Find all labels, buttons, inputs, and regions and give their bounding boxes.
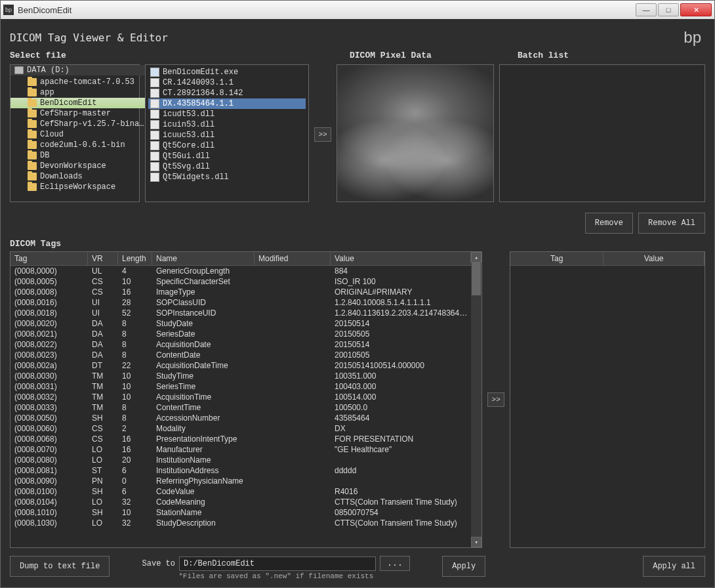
app-window: bp BenDicomEdit — □ ✕ DICOM Tag Viewer &… bbox=[0, 0, 715, 588]
file-item[interactable]: Qt5Core.dll bbox=[148, 140, 306, 151]
table-row[interactable]: (0008,0018)UI52SOPInstanceUID1.2.840.113… bbox=[10, 308, 471, 318]
file-icon bbox=[150, 78, 159, 87]
remove-all-button[interactable]: Remove All bbox=[638, 213, 705, 234]
table-row[interactable]: (0008,0068)CS16PresentationIntentTypeFOR… bbox=[10, 434, 471, 444]
col-length[interactable]: Length bbox=[118, 252, 152, 265]
folder-icon bbox=[28, 89, 37, 96]
col-value[interactable]: Value bbox=[331, 252, 471, 265]
table-row[interactable]: (0008,1030)LO32StudyDescriptionCTTS(Colo… bbox=[10, 518, 471, 528]
add-to-batch-button[interactable]: >> bbox=[314, 127, 331, 142]
apply-button[interactable]: Apply bbox=[442, 556, 485, 577]
table-row[interactable]: (0008,0021)DA8SeriesDate20150505 bbox=[10, 329, 471, 339]
table-row[interactable]: (0008,0070)LO16Manufacturer"GE Healthcar… bbox=[10, 444, 471, 455]
folder-icon bbox=[28, 141, 37, 149]
tree-item[interactable]: code2uml-0.6.1-bin bbox=[10, 140, 146, 150]
tags-table[interactable]: Tag VR Length Name Modified Value (0008,… bbox=[10, 251, 482, 548]
apply-all-button[interactable]: Apply all bbox=[643, 556, 705, 577]
table-row[interactable]: (0008,0030)TM10StudyTime100351.000 bbox=[10, 371, 471, 381]
browse-button[interactable]: ... bbox=[380, 556, 410, 571]
select-file-label: Select file bbox=[10, 51, 344, 60]
tree-item[interactable]: DB bbox=[10, 150, 146, 161]
file-item[interactable]: Qt5Gui.dll bbox=[148, 151, 306, 161]
col-tag[interactable]: Tag bbox=[10, 252, 88, 265]
folder-icon bbox=[28, 173, 37, 180]
file-list[interactable]: BenDicomEdit.exeCR.14240093.1.1CT.289213… bbox=[145, 64, 309, 202]
scroll-up-icon[interactable]: ▴ bbox=[471, 252, 481, 262]
minimize-button[interactable]: — bbox=[636, 3, 657, 16]
col-modified[interactable]: Modified bbox=[255, 252, 331, 265]
file-item[interactable]: icuin53.dll bbox=[148, 119, 306, 130]
file-item[interactable]: BenDicomEdit.exe bbox=[148, 67, 306, 77]
table-row[interactable]: (0008,0005)CS10SpecificCharacterSetISO_I… bbox=[10, 276, 471, 287]
tree-item[interactable]: BenDicomEdit bbox=[10, 98, 146, 108]
dicom-tags-label: DICOM Tags bbox=[10, 239, 705, 249]
titlebar[interactable]: bp BenDicomEdit — □ ✕ bbox=[1, 1, 714, 19]
file-icon bbox=[150, 89, 159, 98]
tree-item[interactable]: EclipseWorkspace bbox=[10, 182, 146, 192]
file-icon bbox=[150, 141, 159, 150]
dump-button[interactable]: Dump to text file bbox=[10, 556, 110, 577]
folder-icon bbox=[28, 183, 37, 191]
app-title: DICOM Tag Viewer & Editor bbox=[10, 32, 684, 44]
table-row[interactable]: (0008,0090)PN0ReferringPhysicianName bbox=[10, 476, 471, 486]
tags-scrollbar[interactable]: ▴ ▾ bbox=[471, 252, 481, 547]
tree-item[interactable]: CefSharp-master bbox=[10, 108, 146, 119]
save-hint: *Files are saved as ".new" if filename e… bbox=[178, 572, 373, 580]
table-row[interactable]: (0008,0050)SH8AccessionNumber43585464 bbox=[10, 413, 471, 423]
folder-icon bbox=[28, 152, 37, 159]
file-item[interactable]: icuuc53.dll bbox=[148, 130, 306, 140]
col-vr[interactable]: VR bbox=[88, 252, 118, 265]
tree-item[interactable]: CefSharp-v1.25.7-bina… bbox=[10, 119, 146, 129]
file-icon bbox=[150, 99, 159, 108]
save-to-label: Save to bbox=[142, 559, 175, 568]
scroll-down-icon[interactable]: ▾ bbox=[471, 537, 481, 547]
batch-list-panel[interactable] bbox=[499, 64, 705, 202]
table-row[interactable]: (0008,0020)DA8StudyDate20150514 bbox=[10, 318, 471, 329]
file-item[interactable]: CT.28921364.8.142 bbox=[148, 88, 306, 98]
file-item[interactable]: icudt53.dll bbox=[148, 109, 306, 119]
close-button[interactable]: ✕ bbox=[680, 3, 712, 16]
folder-tree[interactable]: DATA (D:) apache-tomcat-7.0.53appBenDico… bbox=[10, 64, 140, 202]
folder-icon bbox=[28, 120, 37, 128]
tree-item[interactable]: Cloud bbox=[10, 129, 146, 140]
table-row[interactable]: (0008,0023)DA8ContentDate20010505 bbox=[10, 350, 471, 360]
table-row[interactable]: (0008,0031)TM10SeriesTime100403.000 bbox=[10, 381, 471, 392]
file-icon bbox=[150, 68, 159, 77]
col-name[interactable]: Name bbox=[152, 252, 255, 265]
table-row[interactable]: (0008,0000)UL4GenericGroupLength884 bbox=[10, 266, 471, 276]
tree-item[interactable]: DevonWorkspace bbox=[10, 161, 146, 171]
tree-item[interactable]: Downloads bbox=[10, 171, 146, 182]
table-row[interactable]: (0008,0032)TM10AcquisitionTime100514.000 bbox=[10, 392, 471, 402]
maximize-button[interactable]: □ bbox=[658, 3, 679, 16]
tree-item[interactable]: apache-tomcat-7.0.53 bbox=[10, 77, 146, 87]
add-tag-to-batch-button[interactable]: >> bbox=[487, 392, 504, 407]
table-row[interactable]: (0008,0022)DA8AcquisitionDate20150514 bbox=[10, 339, 471, 350]
file-item[interactable]: Qt5Svg.dll bbox=[148, 161, 306, 172]
file-item[interactable]: Qt5Widgets.dll bbox=[148, 172, 306, 182]
batch-col-tag[interactable]: Tag bbox=[510, 252, 603, 265]
batch-col-value[interactable]: Value bbox=[603, 252, 705, 265]
file-icon bbox=[150, 152, 159, 161]
table-row[interactable]: (0008,0104)LO32CodeMeaningCTTS(Colon Tra… bbox=[10, 497, 471, 507]
table-row[interactable]: (0008,0008)CS16ImageTypeORIGINAL#PRIMARY bbox=[10, 287, 471, 297]
save-path-input[interactable] bbox=[179, 556, 376, 571]
batch-list-label: Batch list bbox=[518, 51, 569, 60]
table-row[interactable]: (0008,002a)DT22AcquisitionDateTime201505… bbox=[10, 360, 471, 371]
tree-item[interactable]: app bbox=[10, 87, 146, 98]
remove-button[interactable]: Remove bbox=[585, 213, 633, 234]
table-row[interactable]: (0008,0100)SH6CodeValueR4016 bbox=[10, 486, 471, 497]
scrollbar-thumb[interactable] bbox=[472, 262, 481, 295]
folder-icon bbox=[28, 99, 37, 107]
table-row[interactable]: (0008,1010)SH10StationName0850070754 bbox=[10, 507, 471, 518]
file-item[interactable]: CR.14240093.1.1 bbox=[148, 77, 306, 88]
table-row[interactable]: (0008,0080)LO20InstitutionName bbox=[10, 455, 471, 465]
tree-root[interactable]: DATA (D:) bbox=[10, 65, 146, 75]
app-icon: bp bbox=[3, 5, 14, 15]
table-row[interactable]: (0008,0016)UI28SOPClassUID1.2.840.10008.… bbox=[10, 297, 471, 308]
batch-tags-table[interactable]: Tag Value bbox=[510, 251, 705, 548]
folder-icon bbox=[28, 78, 37, 86]
file-item[interactable]: DX.43585464.1.1 bbox=[148, 98, 306, 109]
table-row[interactable]: (0008,0033)TM8ContentTime100500.0 bbox=[10, 402, 471, 413]
table-row[interactable]: (0008,0060)CS2ModalityDX bbox=[10, 423, 471, 434]
table-row[interactable]: (0008,0081)ST6InstitutionAddressddddd bbox=[10, 465, 471, 476]
